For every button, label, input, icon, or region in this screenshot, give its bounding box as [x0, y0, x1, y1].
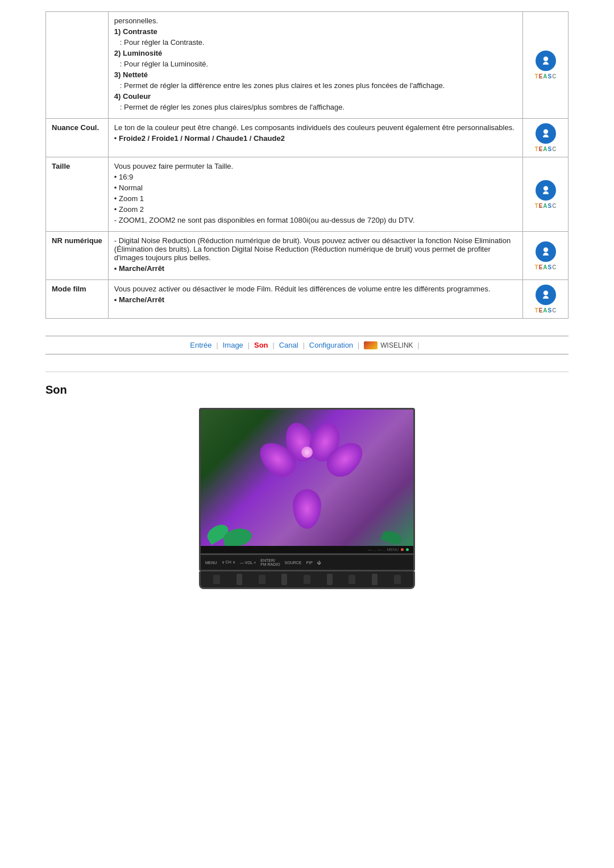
flower-decoration	[273, 421, 341, 483]
remote-btn	[213, 575, 220, 584]
wiselink-logo-icon	[364, 341, 377, 349]
svg-point-3	[543, 247, 547, 252]
table-row: Nuance Coul. Le ton de la couleur peut ê…	[46, 119, 569, 157]
row-label-personnelles	[46, 12, 109, 119]
row-content-personnelles: personnelles. 1) Contraste : Pour régler…	[108, 12, 522, 119]
nav-item-wiselink[interactable]: WISELINK	[364, 341, 413, 349]
table-row: NR numérique - Digital Noise Reduction (…	[46, 232, 569, 280]
tv-illustration: — ... — ... MENU MENU ∨ CH ∧ — VOL + ENT…	[45, 408, 569, 589]
nav-sep-5: |	[358, 341, 359, 349]
tv-info-bar: — ... — ... MENU	[201, 546, 413, 553]
svg-point-0	[543, 57, 547, 61]
tv-btn-ch: ∨ CH ∧	[222, 560, 235, 565]
teasc-cell: T E A S C	[523, 280, 569, 319]
row-label-mode-film: Mode film	[46, 280, 109, 319]
teasc-badge: T E A S C	[529, 180, 562, 209]
tv-btn-enter: ENTER/FM RADIO	[260, 558, 280, 566]
remote-btn	[259, 575, 265, 584]
remote-btn	[327, 574, 333, 585]
nav-sep-2: |	[248, 341, 250, 349]
nav-sep-3: |	[273, 341, 275, 349]
tv-btn-menu: MENU	[205, 561, 217, 565]
row-label-taille: Taille	[46, 157, 109, 232]
nav-item-canal[interactable]: Canal	[279, 341, 298, 349]
tv-btn-pip: PIP	[306, 561, 313, 565]
son-section: Son	[45, 383, 569, 589]
nav-item-entree[interactable]: Entrée	[190, 341, 211, 349]
teasc-icon	[536, 51, 556, 71]
nav-item-image[interactable]: Image	[223, 341, 243, 349]
tv-btn-vol: — VOL +	[240, 561, 256, 565]
row-content-nr: - Digital Noise Reduction (Réduction num…	[108, 232, 522, 280]
teasc-badge: T E A S C	[529, 51, 562, 80]
table-row: Taille Vous pouvez faire permuter la Tai…	[46, 157, 569, 232]
row-label-nuance: Nuance Coul.	[46, 119, 109, 157]
row-label-nr: NR numérique	[46, 232, 109, 280]
navigation-bar: Entrée | Image | Son | Canal | Configura…	[45, 336, 569, 354]
nav-item-son[interactable]: Son	[254, 341, 268, 349]
svg-point-1	[543, 130, 547, 134]
row-content-nuance: Le ton de la couleur peut être changé. L…	[108, 119, 522, 157]
status-dot-red	[401, 548, 404, 551]
tv-btn-source: SOURCE	[285, 561, 302, 565]
teasc-cell: T E A S C	[523, 119, 569, 157]
nav-sep-4: |	[303, 341, 305, 349]
tv-controls-bar: MENU ∨ CH ∧ — VOL + ENTER/FM RADIO SOURC…	[199, 555, 415, 571]
teasc-badge: T E A S C	[529, 285, 562, 314]
teasc-cell: T E A S C	[523, 232, 569, 280]
svg-point-2	[543, 186, 547, 190]
tv-screen	[201, 410, 413, 546]
nav-item-configuration[interactable]: Configuration	[309, 341, 353, 349]
teasc-badge: T E A S C	[529, 241, 562, 270]
son-title: Son	[45, 383, 569, 397]
table-row: personnelles. 1) Contraste : Pour régler…	[46, 12, 569, 119]
tv-screen-area: — ... — ... MENU	[199, 408, 415, 555]
tv-btn-power: ⏻	[317, 561, 321, 565]
remote-btn	[281, 574, 287, 585]
row-content-mode-film: Vous pouvez activer ou désactiver le mod…	[108, 280, 522, 319]
tv-remote-strip	[199, 571, 415, 589]
remote-btn	[394, 575, 401, 584]
teasc-cell: T E A S C	[523, 157, 569, 232]
teasc-cell: T E A S C	[523, 12, 569, 119]
section-divider	[45, 372, 569, 372]
svg-point-4	[543, 291, 547, 295]
table-row: Mode film Vous pouvez activer ou désacti…	[46, 280, 569, 319]
nav-sep-1: |	[217, 341, 218, 349]
remote-btn	[349, 575, 355, 584]
status-dot-green	[406, 548, 409, 551]
leaf-decoration	[381, 529, 404, 546]
remote-btn	[304, 575, 310, 584]
petal	[293, 489, 321, 529]
remote-btn	[237, 574, 242, 585]
feature-table: personnelles. 1) Contraste : Pour régler…	[45, 11, 569, 319]
teasc-letters: T E A S C	[535, 73, 557, 80]
row-content-taille: Vous pouvez faire permuter la Taille. • …	[108, 157, 522, 232]
nav-sep-6: |	[418, 341, 420, 349]
tv-wrapper: — ... — ... MENU MENU ∨ CH ∧ — VOL + ENT…	[199, 408, 415, 589]
teasc-badge: T E A S C	[529, 123, 562, 152]
remote-btn	[372, 574, 377, 585]
flower-center	[301, 446, 313, 458]
